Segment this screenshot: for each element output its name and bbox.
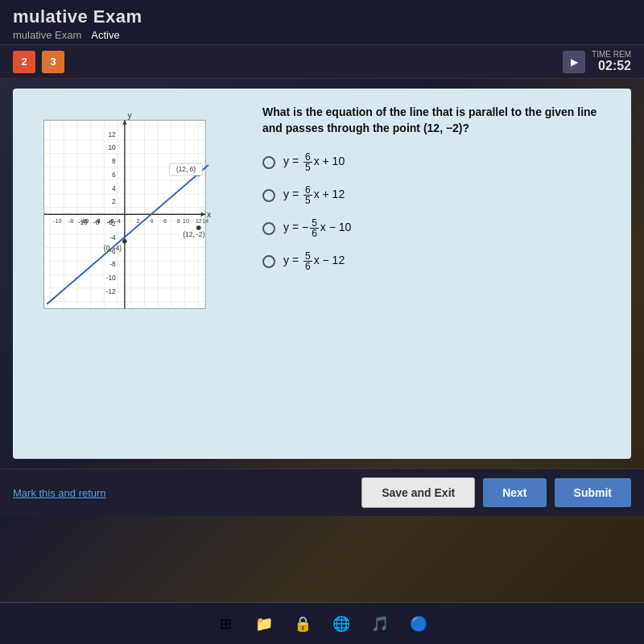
svg-text:12: 12 (108, 130, 116, 138)
svg-text:(0, -4): (0, -4) (104, 244, 122, 252)
time-value: 02:52 (592, 59, 631, 73)
taskbar: ⊞ 📁 🔒 🌐 🎵 🔵 (0, 602, 644, 644)
submit-button[interactable]: Submit (555, 478, 631, 507)
option-c[interactable]: y = −56x − 10 (262, 218, 615, 238)
svg-text:6: 6 (112, 171, 116, 179)
svg-text:14: 14 (202, 217, 208, 225)
svg-text:(12, 6): (12, 6) (176, 165, 196, 173)
option-d[interactable]: y = 56x − 12 (262, 251, 615, 271)
svg-text:10: 10 (183, 217, 189, 225)
svg-text:-2: -2 (109, 217, 114, 225)
taskbar-icon-lock[interactable]: 🔒 (290, 611, 316, 637)
question-area: What is the equation of the line that is… (254, 105, 615, 443)
main-content: x y -10 -8 -6 12 10 8 6 4 2 -2 -4 -6 -8 … (13, 89, 631, 459)
answer-options: y = 65x + 10 y = 65x + 12 y = −56x − 10 (262, 152, 615, 271)
taskbar-icon-windows[interactable]: ⊞ (213, 611, 238, 637)
svg-text:-10: -10 (53, 217, 62, 225)
subtitle-text: mulative Exam (13, 29, 81, 41)
svg-text:4: 4 (150, 217, 153, 225)
svg-text:-8: -8 (109, 260, 116, 268)
option-a-text: y = 65x + 10 (283, 152, 345, 172)
svg-text:-10: -10 (106, 274, 116, 282)
svg-text:2: 2 (112, 197, 116, 205)
svg-text:-4: -4 (95, 217, 101, 225)
svg-point-45 (196, 225, 201, 230)
svg-text:-4: -4 (109, 233, 116, 242)
fraction-a: 65 (303, 152, 312, 172)
time-label: TIME REM (592, 50, 631, 59)
question-btn-3[interactable]: 3 (42, 51, 64, 73)
fraction-d: 56 (303, 251, 312, 271)
svg-text:8: 8 (112, 157, 116, 165)
svg-text:y: y (128, 111, 133, 120)
taskbar-icon-files[interactable]: 📁 (251, 611, 277, 637)
svg-text:(12, -2): (12, -2) (183, 230, 204, 238)
option-d-text: y = 56x − 12 (283, 251, 345, 271)
svg-text:-4: -4 (115, 217, 121, 225)
fraction-b: 65 (303, 185, 312, 205)
svg-text:-6: -6 (81, 217, 87, 225)
status-badge: Active (91, 29, 119, 41)
svg-text:-12: -12 (106, 287, 116, 295)
next-button[interactable]: Next (483, 478, 546, 507)
save-exit-button[interactable]: Save and Exit (361, 477, 475, 508)
taskbar-icon-music[interactable]: 🎵 (367, 611, 393, 637)
radio-d[interactable] (262, 255, 275, 268)
svg-text:12: 12 (196, 217, 202, 225)
nav-bar: 2 3 ▶ TIME REM 02:52 (0, 45, 644, 79)
graph-container: x y -10 -8 -6 12 10 8 6 4 2 -2 -4 -6 -8 … (29, 105, 238, 443)
page-title: mulative Exam (13, 6, 631, 27)
svg-point-43 (122, 239, 127, 244)
question-btn-2[interactable]: 2 (13, 51, 35, 73)
svg-text:8: 8 (177, 217, 180, 225)
svg-text:10: 10 (108, 143, 116, 151)
option-b[interactable]: y = 65x + 12 (262, 185, 615, 205)
graph-svg: x y -10 -8 -6 12 10 8 6 4 2 -2 -4 -6 -8 … (29, 105, 238, 330)
svg-text:-8: -8 (68, 217, 74, 225)
fraction-c: 56 (310, 218, 319, 238)
taskbar-icon-chrome[interactable]: 🔵 (406, 611, 431, 637)
option-b-text: y = 65x + 12 (283, 185, 345, 205)
taskbar-icon-edge[interactable]: 🌐 (328, 611, 354, 637)
svg-text:6: 6 (163, 217, 167, 225)
play-button[interactable]: ▶ (563, 51, 585, 73)
time-remaining: TIME REM 02:52 (592, 50, 631, 73)
question-text: What is the equation of the line that is… (262, 105, 615, 136)
svg-text:4: 4 (112, 184, 116, 192)
option-a[interactable]: y = 65x + 10 (262, 152, 615, 172)
header: mulative Exam mulative Exam Active (0, 0, 644, 45)
option-c-text: y = −56x − 10 (283, 218, 351, 238)
radio-b[interactable] (262, 189, 275, 202)
mark-return-link[interactable]: Mark this and return (13, 487, 353, 499)
radio-c[interactable] (262, 222, 275, 235)
radio-a[interactable] (262, 156, 275, 169)
bottom-bar: Mark this and return Save and Exit Next … (0, 469, 644, 516)
header-subtitle: mulative Exam Active (13, 29, 631, 41)
